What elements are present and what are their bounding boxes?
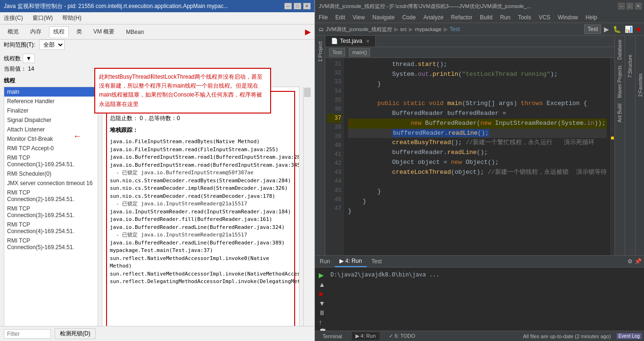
- thread-count-dropdown[interactable]: ▼: [23, 54, 35, 63]
- tab-mbean[interactable]: MBean: [122, 28, 148, 36]
- thread-item-main[interactable]: main: [4, 87, 98, 97]
- run-bottom-tab[interactable]: ▶ 4: Run: [352, 332, 380, 340]
- run-export-icon[interactable]: ↑: [319, 318, 327, 326]
- thread-item-rmi-accept[interactable]: RMI TCP Accept-0: [4, 144, 98, 153]
- stack-line-5: sun.nio.cs.StreamDecoder.readBytes(Strea…: [110, 177, 291, 185]
- ln-46: 46: [327, 195, 341, 204]
- thread-item-finalizer[interactable]: Finalizer: [4, 106, 98, 115]
- stack-line-16: sun.reflect.NativeMethodAccessorImpl.inv…: [110, 270, 291, 278]
- menu-edit[interactable]: Edit: [333, 13, 347, 22]
- breadcrumb-package[interactable]: mypackage: [415, 26, 441, 32]
- idea-maximize-btn[interactable]: □: [627, 3, 633, 9]
- database-tab[interactable]: Database: [617, 40, 622, 60]
- menu-refactor[interactable]: Refactor: [449, 13, 474, 22]
- minimize-button[interactable]: ─: [284, 3, 292, 9]
- idea-minimize-btn[interactable]: ─: [618, 3, 625, 9]
- menu-file[interactable]: File: [317, 13, 330, 22]
- thread-item-rmi-sched[interactable]: RMI Scheduler(0): [4, 169, 98, 179]
- thread-detail-scrollbar[interactable]: [303, 87, 311, 337]
- tab-threads[interactable]: 线程: [49, 26, 69, 37]
- menu-view[interactable]: View: [351, 13, 367, 22]
- stack-line-2: java.io.BufferedInputStream.read1(Buffer…: [110, 154, 291, 162]
- run-tab-run[interactable]: Run: [315, 256, 335, 267]
- settings-icon[interactable]: ⚙: [627, 258, 633, 265]
- stack-label: 堆栈跟踪：: [110, 126, 291, 134]
- menu-analyze[interactable]: Analyze: [421, 13, 446, 22]
- menu-navigate[interactable]: Navigate: [371, 13, 396, 22]
- todo-tab[interactable]: ✓ 6: TODO: [385, 332, 419, 340]
- menu-run[interactable]: Run: [498, 13, 512, 22]
- thread-item-rmi-conn3[interactable]: RMI TCP Connection(3)-169.254.51.: [4, 204, 98, 220]
- run-down-icon[interactable]: ▼: [319, 300, 327, 307]
- thread-item-rmi-conn2[interactable]: RMI TCP Connection(2)-169.254.51.: [4, 188, 98, 204]
- menu-help[interactable]: 帮助(H): [60, 13, 83, 23]
- run-icon[interactable]: ▶: [603, 25, 610, 33]
- close-button[interactable]: ✕: [303, 3, 311, 9]
- run-play-icon[interactable]: ▶: [319, 271, 327, 279]
- ln-43: 43: [327, 168, 341, 177]
- breadcrumb-root[interactable]: JVM调优_jconsole_线程监控: [326, 26, 392, 33]
- thread-item-monitor[interactable]: Monitor Ctrl-Break: [4, 134, 98, 144]
- menu-code[interactable]: Code: [400, 13, 418, 22]
- ln-42: 42: [327, 159, 341, 168]
- annotation-arrow: ←: [73, 131, 82, 141]
- menu-vcs[interactable]: VCS: [537, 13, 553, 22]
- file-tab-test[interactable]: 📄 Test.java ✕: [325, 36, 376, 47]
- tab-memory[interactable]: 内存: [26, 27, 45, 37]
- method-tab-main[interactable]: main(): [349, 48, 370, 57]
- breadcrumb-src[interactable]: src: [400, 26, 407, 32]
- favorites-tab[interactable]: 2:Favorites: [638, 73, 643, 97]
- thread-count-row: 线程数 ▼: [4, 54, 311, 63]
- scrollbar-thumb[interactable]: [304, 88, 311, 97]
- breadcrumb-project: 🗂: [319, 26, 324, 32]
- thread-item-ref[interactable]: Reference Handler: [4, 97, 98, 106]
- thread-item-attach[interactable]: Attach Listener: [4, 125, 98, 134]
- menu-help-idea[interactable]: Help: [584, 13, 599, 22]
- bookmark-marker: [611, 137, 614, 139]
- run-tab-test[interactable]: Test: [367, 256, 387, 267]
- idea-close-btn[interactable]: ✕: [635, 3, 642, 9]
- menu-build[interactable]: Build: [478, 13, 495, 22]
- menu-connect[interactable]: 连接(C): [2, 13, 25, 23]
- code-47: [348, 217, 607, 227]
- time-row: 时间范围(T): 全部: [4, 40, 311, 50]
- menu-window[interactable]: 窗口(W): [31, 13, 55, 23]
- thread-item-rmi-conn4[interactable]: RMI TCP Connection(4)-169.254.51.: [4, 220, 98, 236]
- tab-overview[interactable]: 概览: [4, 27, 23, 37]
- thread-item-rmi-conn5[interactable]: RMI TCP Connection(5)-169.254.51.: [4, 236, 98, 252]
- filter-input[interactable]: [4, 329, 51, 339]
- structure-tab[interactable]: 7:Structure: [627, 55, 633, 78]
- toolbar-right: Test ▶ 🐛 📊 ■: [584, 24, 641, 34]
- stack-line-10: java.io.BufferedReader.fill(BufferedRead…: [110, 216, 291, 224]
- run-tab-4[interactable]: ▶ 4: Run: [335, 256, 367, 267]
- thread-main-content: main Reference Handler Finalizer Signal …: [4, 87, 311, 337]
- coverage-icon[interactable]: 📊: [624, 25, 634, 33]
- thread-item-jmx[interactable]: JMX server connection timeout 16: [4, 179, 98, 188]
- menu-window[interactable]: Window: [556, 13, 580, 22]
- menu-tools[interactable]: Tools: [516, 13, 533, 22]
- debug-icon[interactable]: 🐛: [612, 25, 622, 33]
- event-log-tab[interactable]: Event Log: [617, 333, 642, 339]
- ant-tab[interactable]: Ant Build: [617, 104, 622, 122]
- sidebar-project[interactable]: 1:Project: [316, 40, 324, 64]
- pin-icon[interactable]: 📌: [635, 258, 642, 265]
- file-tab-close[interactable]: ✕: [366, 39, 370, 44]
- maximize-button[interactable]: □: [294, 3, 301, 9]
- method-tab-test[interactable]: Test: [329, 48, 345, 57]
- run-up-icon[interactable]: ▲: [319, 281, 327, 288]
- run-config-btn[interactable]: Test: [584, 24, 601, 34]
- maven-tab[interactable]: Maven Projects: [617, 65, 622, 98]
- run-pause-icon[interactable]: ⏸: [319, 309, 327, 317]
- tab-class[interactable]: 类: [73, 27, 86, 37]
- stop-icon[interactable]: ■: [636, 25, 641, 33]
- detect-deadlock-button[interactable]: 检测死锁(D): [55, 328, 96, 339]
- breadcrumb-class[interactable]: Test: [450, 26, 460, 32]
- thread-item-signal[interactable]: Signal Dispatcher: [4, 115, 98, 125]
- left-sidebar: 1:Project: [315, 36, 325, 255]
- tab-vm-summary[interactable]: VM 概要: [90, 27, 118, 37]
- thread-item-rmi-conn1[interactable]: RMI TCP Connection(1)-169.254.51.: [4, 153, 98, 169]
- run-stop-icon[interactable]: ■: [319, 290, 327, 298]
- time-select[interactable]: 全部: [39, 40, 65, 50]
- terminal-tab[interactable]: Terminal: [319, 333, 346, 340]
- file-tab-icon: 📄: [331, 38, 338, 44]
